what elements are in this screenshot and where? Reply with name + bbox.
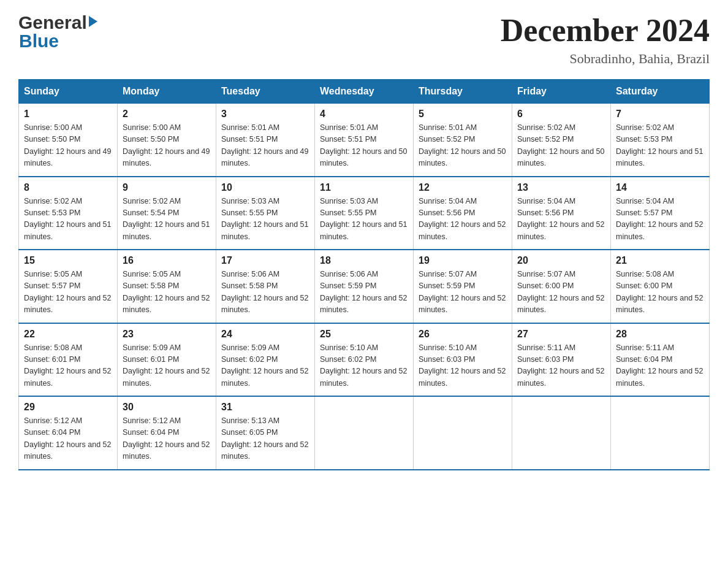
calendar-day-cell: 21 Sunrise: 5:08 AMSunset: 6:00 PMDaylig…: [611, 250, 710, 323]
day-number: 9: [123, 182, 211, 193]
day-number: 23: [123, 329, 211, 340]
calendar-week-row: 1 Sunrise: 5:00 AMSunset: 5:50 PMDayligh…: [19, 104, 710, 177]
calendar-day-header: Wednesday: [315, 80, 414, 104]
calendar-day-cell: 29 Sunrise: 5:12 AMSunset: 6:04 PMDaylig…: [19, 396, 118, 470]
calendar-day-cell: 13 Sunrise: 5:04 AMSunset: 5:56 PMDaylig…: [512, 177, 611, 250]
day-number: 18: [320, 255, 408, 266]
day-info: Sunrise: 5:02 AMSunset: 5:54 PMDaylight:…: [123, 197, 210, 241]
day-info: Sunrise: 5:01 AMSunset: 5:51 PMDaylight:…: [221, 123, 308, 167]
day-info: Sunrise: 5:04 AMSunset: 5:56 PMDaylight:…: [517, 197, 604, 241]
calendar-day-cell: 1 Sunrise: 5:00 AMSunset: 5:50 PMDayligh…: [19, 104, 118, 177]
day-info: Sunrise: 5:12 AMSunset: 6:04 PMDaylight:…: [123, 416, 210, 461]
day-info: Sunrise: 5:04 AMSunset: 5:56 PMDaylight:…: [419, 197, 506, 241]
calendar-day-cell: 10 Sunrise: 5:03 AMSunset: 5:55 PMDaylig…: [216, 177, 315, 250]
calendar-day-header: Friday: [512, 80, 611, 104]
calendar-day-cell: 17 Sunrise: 5:06 AMSunset: 5:58 PMDaylig…: [216, 250, 315, 323]
day-info: Sunrise: 5:02 AMSunset: 5:53 PMDaylight:…: [24, 197, 111, 241]
calendar-day-cell: 30 Sunrise: 5:12 AMSunset: 6:04 PMDaylig…: [118, 396, 216, 470]
page-header: General Blue December 2024 Sobradinho, B…: [18, 12, 710, 67]
day-info: Sunrise: 5:09 AMSunset: 6:02 PMDaylight:…: [221, 343, 308, 388]
day-number: 22: [24, 329, 112, 340]
calendar-day-cell: 19 Sunrise: 5:07 AMSunset: 5:59 PMDaylig…: [414, 250, 512, 323]
calendar-day-cell: [414, 396, 512, 470]
logo: General Blue: [18, 12, 97, 52]
calendar-day-cell: 31 Sunrise: 5:13 AMSunset: 6:05 PMDaylig…: [216, 396, 315, 470]
day-number: 28: [616, 329, 704, 340]
calendar-week-row: 22 Sunrise: 5:08 AMSunset: 6:01 PMDaylig…: [19, 323, 710, 397]
calendar-day-cell: [512, 396, 611, 470]
day-number: 26: [419, 329, 507, 340]
day-number: 10: [221, 182, 309, 193]
day-number: 12: [419, 182, 507, 193]
calendar-day-header: Sunday: [19, 80, 118, 104]
day-number: 27: [517, 329, 605, 340]
day-number: 17: [221, 255, 309, 266]
calendar-day-header: Monday: [118, 80, 216, 104]
day-number: 19: [419, 255, 507, 266]
day-info: Sunrise: 5:08 AMSunset: 6:00 PMDaylight:…: [616, 270, 703, 314]
day-number: 20: [517, 255, 605, 266]
day-info: Sunrise: 5:13 AMSunset: 6:05 PMDaylight:…: [221, 416, 308, 461]
day-info: Sunrise: 5:00 AMSunset: 5:50 PMDaylight:…: [123, 123, 210, 167]
calendar-day-cell: 8 Sunrise: 5:02 AMSunset: 5:53 PMDayligh…: [19, 177, 118, 250]
calendar-day-header: Saturday: [611, 80, 710, 104]
day-number: 2: [123, 109, 211, 120]
day-number: 21: [616, 255, 704, 266]
day-number: 14: [616, 182, 704, 193]
day-info: Sunrise: 5:05 AMSunset: 5:58 PMDaylight:…: [123, 270, 210, 314]
calendar-day-cell: 15 Sunrise: 5:05 AMSunset: 5:57 PMDaylig…: [19, 250, 118, 323]
calendar-day-header: Tuesday: [216, 80, 315, 104]
day-info: Sunrise: 5:06 AMSunset: 5:59 PMDaylight:…: [320, 270, 407, 314]
day-info: Sunrise: 5:10 AMSunset: 6:03 PMDaylight:…: [419, 343, 506, 388]
calendar-header-row: SundayMondayTuesdayWednesdayThursdayFrid…: [19, 80, 710, 104]
logo-general-text: General: [18, 12, 87, 33]
calendar-table: SundayMondayTuesdayWednesdayThursdayFrid…: [18, 79, 710, 470]
calendar-day-cell: [315, 396, 414, 470]
calendar-week-row: 15 Sunrise: 5:05 AMSunset: 5:57 PMDaylig…: [19, 250, 710, 323]
day-number: 29: [24, 402, 112, 413]
day-info: Sunrise: 5:01 AMSunset: 5:52 PMDaylight:…: [419, 123, 506, 167]
calendar-day-cell: 6 Sunrise: 5:02 AMSunset: 5:52 PMDayligh…: [512, 104, 611, 177]
day-number: 4: [320, 109, 408, 120]
day-info: Sunrise: 5:08 AMSunset: 6:01 PMDaylight:…: [24, 343, 111, 388]
day-info: Sunrise: 5:12 AMSunset: 6:04 PMDaylight:…: [24, 416, 111, 461]
calendar-week-row: 29 Sunrise: 5:12 AMSunset: 6:04 PMDaylig…: [19, 396, 710, 470]
calendar-day-header: Thursday: [414, 80, 512, 104]
day-number: 3: [221, 109, 309, 120]
calendar-day-cell: [611, 396, 710, 470]
calendar-day-cell: 14 Sunrise: 5:04 AMSunset: 5:57 PMDaylig…: [611, 177, 710, 250]
day-info: Sunrise: 5:05 AMSunset: 5:57 PMDaylight:…: [24, 270, 111, 314]
calendar-day-cell: 20 Sunrise: 5:07 AMSunset: 6:00 PMDaylig…: [512, 250, 611, 323]
day-number: 8: [24, 182, 112, 193]
calendar-day-cell: 2 Sunrise: 5:00 AMSunset: 5:50 PMDayligh…: [118, 104, 216, 177]
calendar-day-cell: 18 Sunrise: 5:06 AMSunset: 5:59 PMDaylig…: [315, 250, 414, 323]
day-number: 15: [24, 255, 112, 266]
calendar-day-cell: 7 Sunrise: 5:02 AMSunset: 5:53 PMDayligh…: [611, 104, 710, 177]
day-info: Sunrise: 5:03 AMSunset: 5:55 PMDaylight:…: [221, 197, 308, 241]
day-info: Sunrise: 5:01 AMSunset: 5:51 PMDaylight:…: [320, 123, 407, 167]
day-number: 25: [320, 329, 408, 340]
calendar-day-cell: 27 Sunrise: 5:11 AMSunset: 6:03 PMDaylig…: [512, 323, 611, 397]
calendar-day-cell: 16 Sunrise: 5:05 AMSunset: 5:58 PMDaylig…: [118, 250, 216, 323]
calendar-day-cell: 28 Sunrise: 5:11 AMSunset: 6:04 PMDaylig…: [611, 323, 710, 397]
page-subtitle: Sobradinho, Bahia, Brazil: [501, 51, 710, 67]
day-info: Sunrise: 5:06 AMSunset: 5:58 PMDaylight:…: [221, 270, 308, 314]
day-number: 30: [123, 402, 211, 413]
logo-blue-text: Blue: [18, 31, 59, 52]
calendar-day-cell: 26 Sunrise: 5:10 AMSunset: 6:03 PMDaylig…: [414, 323, 512, 397]
day-info: Sunrise: 5:11 AMSunset: 6:04 PMDaylight:…: [616, 343, 703, 388]
day-info: Sunrise: 5:04 AMSunset: 5:57 PMDaylight:…: [616, 197, 703, 241]
calendar-day-cell: 11 Sunrise: 5:03 AMSunset: 5:55 PMDaylig…: [315, 177, 414, 250]
day-info: Sunrise: 5:03 AMSunset: 5:55 PMDaylight:…: [320, 197, 407, 241]
page-title: December 2024: [501, 12, 710, 48]
day-info: Sunrise: 5:10 AMSunset: 6:02 PMDaylight:…: [320, 343, 407, 388]
day-info: Sunrise: 5:07 AMSunset: 6:00 PMDaylight:…: [517, 270, 604, 314]
calendar-week-row: 8 Sunrise: 5:02 AMSunset: 5:53 PMDayligh…: [19, 177, 710, 250]
day-number: 1: [24, 109, 112, 120]
calendar-day-cell: 22 Sunrise: 5:08 AMSunset: 6:01 PMDaylig…: [19, 323, 118, 397]
calendar-day-cell: 4 Sunrise: 5:01 AMSunset: 5:51 PMDayligh…: [315, 104, 414, 177]
calendar-day-cell: 23 Sunrise: 5:09 AMSunset: 6:01 PMDaylig…: [118, 323, 216, 397]
calendar-day-cell: 5 Sunrise: 5:01 AMSunset: 5:52 PMDayligh…: [414, 104, 512, 177]
day-info: Sunrise: 5:11 AMSunset: 6:03 PMDaylight:…: [517, 343, 604, 388]
day-info: Sunrise: 5:07 AMSunset: 5:59 PMDaylight:…: [419, 270, 506, 314]
